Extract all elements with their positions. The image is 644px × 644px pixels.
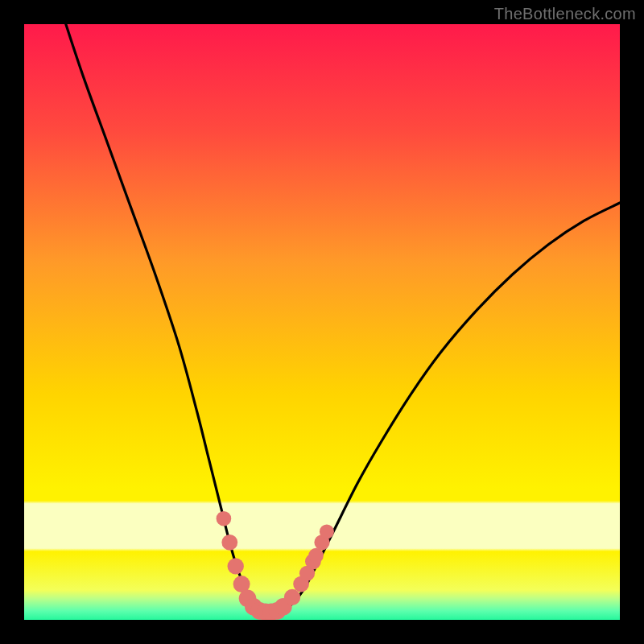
data-marker xyxy=(320,524,334,539)
data-marker xyxy=(228,558,244,574)
data-marker xyxy=(308,548,324,564)
data-marker xyxy=(221,535,237,551)
chart-frame: TheBottleneck.com xyxy=(0,0,644,644)
data-marker xyxy=(284,589,300,605)
credit-watermark: TheBottleneck.com xyxy=(494,5,636,23)
data-marker xyxy=(217,511,232,526)
plot-area xyxy=(24,24,620,620)
chart-svg xyxy=(24,24,620,620)
